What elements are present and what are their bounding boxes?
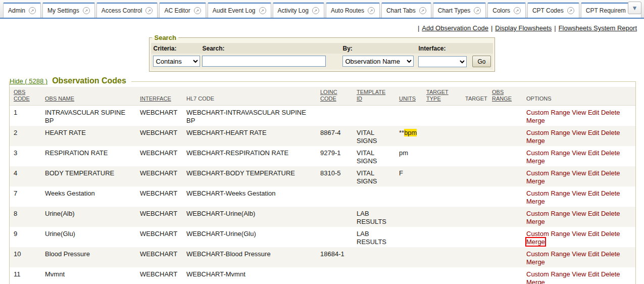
popout-icon[interactable]: ↗ bbox=[312, 7, 319, 14]
option-edit[interactable]: Edit bbox=[588, 149, 599, 157]
popout-icon[interactable]: ↗ bbox=[259, 7, 266, 14]
option-edit[interactable]: Edit bbox=[588, 210, 599, 217]
table-row: 11MvmntWEBCHARTWEBCHART-MvmntCustom Rang… bbox=[10, 267, 635, 284]
option-view[interactable]: View bbox=[572, 149, 586, 157]
option-delete[interactable]: Delete bbox=[601, 149, 620, 157]
cell-target-type bbox=[422, 227, 461, 247]
popout-icon[interactable]: ↗ bbox=[514, 7, 521, 14]
option-edit[interactable]: Edit bbox=[588, 109, 599, 116]
header-template-id[interactable]: TEMPLATE ID bbox=[353, 87, 395, 106]
link-flowsheets-system-report[interactable]: Flowsheets System Report bbox=[559, 24, 637, 32]
header-units[interactable]: UNITS bbox=[395, 87, 422, 106]
header-interface[interactable]: INTERFACE bbox=[136, 87, 182, 106]
option-edit[interactable]: Edit bbox=[588, 230, 599, 238]
option-view[interactable]: View bbox=[572, 210, 586, 217]
tab-auto-routes[interactable]: Auto Routes↗ bbox=[326, 3, 380, 18]
option-delete[interactable]: Delete bbox=[601, 109, 620, 116]
option-view[interactable]: View bbox=[572, 250, 586, 258]
search-grid: Criteria: Search: By: Interface: Contain… bbox=[151, 43, 492, 70]
popout-icon[interactable]: ↗ bbox=[194, 7, 201, 14]
option-custom-range[interactable]: Custom Range bbox=[526, 129, 570, 136]
option-edit[interactable]: Edit bbox=[588, 129, 599, 136]
option-delete[interactable]: Delete bbox=[601, 230, 620, 238]
popout-icon[interactable]: ↗ bbox=[419, 7, 426, 14]
cell-options: Custom Range View Edit Delete Merge bbox=[522, 126, 635, 146]
cell-target-type bbox=[422, 186, 461, 207]
link-display-flowsheets[interactable]: Display Flowsheets bbox=[495, 24, 552, 32]
header-loinc-code[interactable]: LOINC CODE bbox=[316, 87, 353, 106]
option-merge[interactable]: Merge bbox=[526, 137, 545, 145]
go-button[interactable]: Go bbox=[472, 56, 490, 67]
header-obs-code[interactable]: OBS CODE bbox=[10, 87, 41, 106]
option-custom-range[interactable]: Custom Range bbox=[526, 230, 570, 238]
option-delete[interactable]: Delete bbox=[601, 270, 620, 278]
link-add-observation-code[interactable]: Add Observation Code bbox=[422, 24, 488, 32]
tab-audit-event-log[interactable]: Audit Event Log↗ bbox=[208, 3, 271, 18]
tab-overflow-button[interactable]: ▼ bbox=[628, 2, 641, 14]
option-view[interactable]: View bbox=[572, 109, 586, 116]
option-merge[interactable]: Merge bbox=[526, 258, 545, 266]
option-merge[interactable]: Merge bbox=[526, 198, 545, 205]
option-custom-range[interactable]: Custom Range bbox=[526, 149, 570, 157]
tab-cpt-codes[interactable]: CPT Codes↗ bbox=[527, 3, 579, 18]
hide-link[interactable]: Hide ( 5288 ) bbox=[10, 77, 47, 85]
tab-chart-tabs[interactable]: Chart Tabs↗ bbox=[381, 3, 431, 18]
cell-options: Custom Range View Edit Delete Merge bbox=[522, 207, 635, 227]
option-merge[interactable]: Merge bbox=[526, 238, 545, 246]
option-custom-range[interactable]: Custom Range bbox=[526, 169, 570, 177]
option-edit[interactable]: Edit bbox=[588, 250, 599, 258]
by-select[interactable]: Observation Name bbox=[342, 56, 414, 67]
header-target-type[interactable]: TARGET TYPE bbox=[422, 87, 461, 106]
tab-activity-log[interactable]: Activity Log↗ bbox=[273, 3, 324, 18]
tab-access-control[interactable]: Access Control↗ bbox=[96, 3, 158, 18]
criteria-cell: Contains bbox=[151, 54, 200, 70]
option-custom-range[interactable]: Custom Range bbox=[526, 250, 570, 258]
option-merge[interactable]: Merge bbox=[526, 278, 545, 284]
header-obs-name[interactable]: OBS NAME bbox=[41, 87, 136, 106]
option-view[interactable]: View bbox=[572, 190, 586, 197]
popout-icon[interactable]: ↗ bbox=[567, 7, 574, 14]
cell-obs-range bbox=[488, 207, 522, 227]
option-merge[interactable]: Merge bbox=[526, 177, 545, 185]
search-input[interactable] bbox=[202, 56, 326, 67]
option-merge[interactable]: Merge bbox=[526, 157, 545, 165]
interface-select[interactable] bbox=[418, 56, 467, 67]
option-edit[interactable]: Edit bbox=[588, 190, 599, 197]
option-view[interactable]: View bbox=[572, 230, 586, 238]
tab-admin[interactable]: Admin↗ bbox=[3, 3, 41, 18]
option-view[interactable]: View bbox=[572, 169, 586, 177]
tab-chart-types[interactable]: Chart Types↗ bbox=[433, 3, 486, 18]
option-view[interactable]: View bbox=[572, 270, 586, 278]
cell-target-type bbox=[422, 267, 461, 284]
tab-colors[interactable]: Colors↗ bbox=[487, 3, 526, 18]
popout-icon[interactable]: ↗ bbox=[368, 7, 375, 14]
criteria-select[interactable]: Contains bbox=[153, 56, 200, 67]
popout-icon[interactable]: ↗ bbox=[29, 7, 36, 14]
option-custom-range[interactable]: Custom Range bbox=[526, 190, 570, 197]
cell-options: Custom Range View Edit Delete Merge bbox=[522, 146, 635, 166]
option-merge[interactable]: Merge bbox=[526, 218, 545, 225]
tab-ac-editor[interactable]: AC Editor↗ bbox=[159, 3, 206, 18]
cell-template-id: LAB RESULTS bbox=[353, 207, 395, 227]
option-custom-range[interactable]: Custom Range bbox=[526, 210, 570, 217]
page: { "colors": { "tab_accent": "#4c7fbe", "… bbox=[0, 0, 644, 284]
table-row: 7Weeks GestationWEBCHARTWEBCHART-Weeks G… bbox=[10, 186, 635, 207]
option-view[interactable]: View bbox=[572, 129, 586, 136]
option-delete[interactable]: Delete bbox=[601, 129, 620, 136]
tab-my-settings[interactable]: My Settings↗ bbox=[42, 3, 95, 18]
cell-obs-code: 8 bbox=[10, 207, 41, 227]
option-delete[interactable]: Delete bbox=[601, 169, 620, 177]
option-edit[interactable]: Edit bbox=[588, 169, 599, 177]
popout-icon[interactable]: ↗ bbox=[145, 7, 153, 14]
popout-icon[interactable]: ↗ bbox=[83, 7, 90, 14]
cell-target bbox=[461, 227, 488, 247]
option-delete[interactable]: Delete bbox=[601, 250, 620, 258]
option-edit[interactable]: Edit bbox=[588, 270, 599, 278]
popout-icon[interactable]: ↗ bbox=[474, 7, 481, 14]
option-custom-range[interactable]: Custom Range bbox=[526, 270, 570, 278]
option-custom-range[interactable]: Custom Range bbox=[526, 109, 570, 116]
header-obs-range[interactable]: OBS RANGE bbox=[488, 87, 522, 106]
option-delete[interactable]: Delete bbox=[601, 190, 620, 197]
option-delete[interactable]: Delete bbox=[601, 210, 620, 217]
option-merge[interactable]: Merge bbox=[526, 117, 545, 124]
